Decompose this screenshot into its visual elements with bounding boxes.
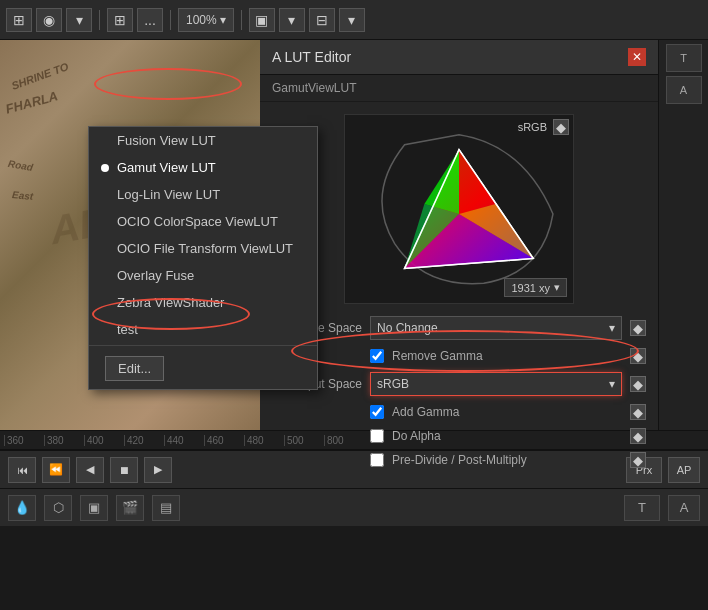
lut-editor-panel: A LUT Editor ✕ GamutViewLUT (260, 40, 658, 430)
close-button[interactable]: ✕ (628, 48, 646, 66)
menu-label-gamut: Gamut View LUT (117, 160, 216, 175)
map-text-fharla: FHARLA (4, 88, 59, 116)
viewer-menu-btn[interactable]: ⊞ (6, 8, 32, 32)
add-gamma-diamond[interactable]: ◆ (630, 404, 646, 420)
menu-item-gamut-view-lut[interactable]: Gamut View LUT (89, 154, 317, 181)
output-space-row: Output Space sRGB ▾ ◆ (272, 372, 646, 396)
bottom-t-btn[interactable]: T (624, 495, 660, 521)
transport-play[interactable]: ▶ (144, 457, 172, 483)
menu-label-test: test (117, 322, 138, 337)
chevron-btn2[interactable]: ▾ (279, 8, 305, 32)
ruler-mark-460: 460 (204, 435, 244, 446)
do-alpha-diamond[interactable]: ◆ (630, 428, 646, 444)
menu-separator (89, 345, 317, 346)
xy-chevron: ▾ (554, 281, 560, 294)
more-btn[interactable]: ... (137, 8, 163, 32)
ruler-mark-400: 400 (84, 435, 124, 446)
lut-editor-body: sRGB ◆ 1931 xy ▾ Source Space No Change … (260, 102, 658, 488)
pre-divide-diamond[interactable]: ◆ (630, 452, 646, 468)
film-icon[interactable]: 🎬 (116, 495, 144, 521)
menu-item-ocio-colorspace[interactable]: OCIO ColorSpace ViewLUT (89, 208, 317, 235)
grid-icon[interactable]: ▣ (80, 495, 108, 521)
ap-btn[interactable]: AP (668, 457, 700, 483)
do-alpha-row: Do Alpha ◆ (272, 428, 646, 444)
map-text-east: East (12, 189, 34, 202)
pre-divide-checkbox[interactable] (370, 453, 384, 467)
do-alpha-checkbox[interactable] (370, 429, 384, 443)
source-space-value: No Change (377, 321, 438, 335)
dropdown-menu: Fusion View LUT Gamut View LUT Log-Lin V… (88, 126, 318, 390)
output-space-value: sRGB (377, 377, 409, 391)
edit-container: Edit... (89, 348, 317, 389)
bottom-a-btn[interactable]: A (668, 495, 700, 521)
remove-gamma-checkbox[interactable] (370, 349, 384, 363)
menu-label-ocio-cs: OCIO ColorSpace ViewLUT (117, 214, 278, 229)
source-space-dropdown[interactable]: No Change ▾ (370, 316, 622, 340)
zoom-btn[interactable]: 100% ▾ (178, 8, 234, 32)
xy-label: 1931 xy (511, 282, 550, 294)
ruler-mark-380: 380 (44, 435, 84, 446)
grid-btn[interactable]: ⊞ (107, 8, 133, 32)
remove-gamma-row: Remove Gamma ◆ (272, 348, 646, 364)
menu-item-ocio-file[interactable]: OCIO File Transform ViewLUT (89, 235, 317, 262)
right-btn-t[interactable]: T (666, 44, 702, 72)
pre-divide-label: Pre-Divide / Post-Multiply (392, 453, 527, 467)
pre-divide-row: Pre-Divide / Post-Multiply ◆ (272, 452, 646, 468)
gamut-svg (345, 115, 573, 303)
source-space-chevron: ▾ (609, 321, 615, 335)
source-space-diamond[interactable]: ◆ (630, 320, 646, 336)
source-space-row: Source Space No Change ▾ ◆ (272, 316, 646, 340)
chevron-btn[interactable]: ▾ (66, 8, 92, 32)
edit-button[interactable]: Edit... (105, 356, 164, 381)
output-space-dropdown[interactable]: sRGB ▾ (370, 372, 622, 396)
menu-label-zebra: Zebra ViewShader (117, 295, 224, 310)
main-toolbar: ⊞ ◉ ▾ ⊞ ... 100% ▾ ▣ ▾ ⊟ ▾ (0, 0, 708, 40)
lut-editor-subtitle: GamutViewLUT (260, 75, 658, 102)
menu-label-ocio-file: OCIO File Transform ViewLUT (117, 241, 293, 256)
chevron-btn3[interactable]: ▾ (339, 8, 365, 32)
menu-item-fusion-view-lut[interactable]: Fusion View LUT (89, 127, 317, 154)
map-text-shrine: SHRINE TO (10, 60, 70, 92)
ruler-mark-440: 440 (164, 435, 204, 446)
ruler-mark-420: 420 (124, 435, 164, 446)
transport-rewind[interactable]: ⏪ (42, 457, 70, 483)
separator-3 (241, 10, 242, 30)
bottom-bar: 💧 ⬡ ▣ 🎬 ▤ T A (0, 488, 708, 526)
map-text-road: Road (7, 158, 34, 173)
lut-editor-title: A LUT Editor (272, 49, 351, 65)
zoom-label: 100% (186, 13, 217, 27)
menu-item-test[interactable]: test (89, 316, 317, 343)
paint-icon[interactable]: 💧 (8, 495, 36, 521)
menu-item-zebra[interactable]: Zebra ViewShader (89, 289, 317, 316)
aspect-btn[interactable]: ▣ (249, 8, 275, 32)
active-bullet (101, 164, 109, 172)
list-icon[interactable]: ▤ (152, 495, 180, 521)
zoom-chevron: ▾ (220, 13, 226, 27)
add-gamma-row: Add Gamma ◆ (272, 404, 646, 420)
separator-1 (99, 10, 100, 30)
gamut-label: sRGB (518, 121, 547, 133)
gamut-diamond-btn[interactable]: ◆ (553, 119, 569, 135)
separator-2 (170, 10, 171, 30)
output-space-diamond[interactable]: ◆ (630, 376, 646, 392)
menu-item-overlay[interactable]: Overlay Fuse (89, 262, 317, 289)
right-btn-a[interactable]: A (666, 76, 702, 104)
gamut-chart: sRGB ◆ 1931 xy ▾ (344, 114, 574, 304)
transport-to-start[interactable]: ⏮ (8, 457, 36, 483)
transport-prev-frame[interactable]: ◀ (76, 457, 104, 483)
remove-gamma-diamond[interactable]: ◆ (630, 348, 646, 364)
menu-label-fusion: Fusion View LUT (117, 133, 216, 148)
menu-label-overlay: Overlay Fuse (117, 268, 194, 283)
add-gamma-label: Add Gamma (392, 405, 459, 419)
xy-selector[interactable]: 1931 xy ▾ (504, 278, 567, 297)
view-btn[interactable]: ◉ (36, 8, 62, 32)
layout-btn[interactable]: ⊟ (309, 8, 335, 32)
transport-stop[interactable]: ⏹ (110, 457, 138, 483)
remove-gamma-label: Remove Gamma (392, 349, 483, 363)
ruler-mark-360: 360 (4, 435, 44, 446)
hex-icon[interactable]: ⬡ (44, 495, 72, 521)
menu-item-log-lin[interactable]: Log-Lin View LUT (89, 181, 317, 208)
add-gamma-checkbox[interactable] (370, 405, 384, 419)
right-panel: T A (658, 40, 708, 430)
output-space-chevron: ▾ (609, 377, 615, 391)
